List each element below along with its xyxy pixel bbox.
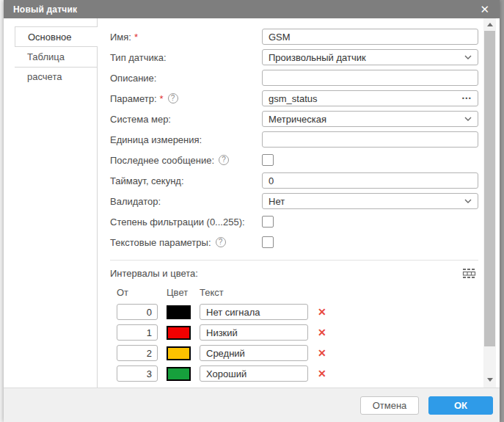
vertical-scrollbar[interactable] — [483, 18, 496, 388]
tab-calc-table-label: Таблица расчета — [27, 51, 65, 82]
delete-row-icon[interactable]: ✕ — [318, 368, 326, 379]
field-sensor-type-row: Тип датчика: Произвольный датчик — [110, 47, 500, 68]
field-filter-degree-row: Степень фильтрации (0...255): — [110, 211, 500, 232]
sensor-type-label: Тип датчика: — [110, 52, 167, 63]
intervals-table-icon[interactable] — [462, 268, 477, 279]
chevron-down-icon — [464, 55, 472, 59]
interval-row: ✕ — [117, 365, 500, 382]
tab-list: Основное Таблица расчета — [4, 18, 98, 388]
required-asterisk: * — [134, 32, 138, 43]
interval-row: ✕ — [117, 345, 500, 361]
field-unit-row: Единица измерения: — [110, 129, 500, 150]
intervals-label: Интервалы и цвета: — [110, 268, 198, 279]
delete-row-icon[interactable]: ✕ — [318, 348, 326, 358]
interval-text-input[interactable] — [200, 324, 308, 341]
ok-button[interactable]: ОК — [428, 396, 493, 415]
field-last-message-row: Последнее сообщение: ? — [110, 150, 500, 170]
close-icon[interactable]: ✕ — [477, 2, 492, 16]
unit-input[interactable] — [262, 131, 478, 148]
measure-system-select[interactable]: Метрическая — [262, 111, 478, 127]
field-measure-system-row: Система мер: Метрическая — [110, 109, 500, 129]
field-validator-row: Валидатор: Нет — [110, 191, 500, 211]
color-swatch[interactable] — [167, 367, 191, 381]
validator-select[interactable]: Нет — [262, 193, 478, 209]
dialog-body: Основное Таблица расчета Имя: * Тип датч… — [4, 18, 500, 388]
intervals-columns: От Цвет Текст — [117, 287, 500, 298]
dialog-title: Новый датчик — [13, 4, 77, 15]
description-input[interactable] — [262, 70, 478, 86]
name-input[interactable] — [262, 29, 478, 45]
interval-text-input[interactable] — [200, 345, 308, 361]
interval-text-input[interactable] — [200, 304, 308, 320]
field-name-row: Имя: * — [110, 26, 500, 47]
delete-row-icon[interactable]: ✕ — [318, 307, 326, 317]
intervals-table: От Цвет Текст ✕ ✕ — [117, 287, 500, 382]
text-params-label: Текстовые параметры: — [110, 237, 211, 248]
interval-row: ✕ — [117, 324, 500, 341]
scroll-up-arrow[interactable] — [483, 19, 496, 30]
help-icon[interactable]: ? — [219, 155, 229, 165]
intervals-header: Интервалы и цвета: — [110, 262, 478, 284]
color-swatch[interactable] — [167, 326, 191, 340]
measure-system-label: Система мер: — [110, 114, 171, 125]
triangle-down-icon — [487, 378, 493, 382]
last-message-checkbox[interactable] — [262, 154, 274, 166]
parameter-label: Параметр: — [110, 93, 157, 104]
name-label: Имя: — [110, 32, 131, 43]
col-text-header: Текст — [200, 287, 308, 298]
dialog-titlebar: Новый датчик ✕ — [4, 0, 500, 18]
scroll-down-arrow[interactable] — [483, 374, 496, 385]
sensor-type-value: Произвольный датчик — [269, 52, 366, 63]
col-from-header: От — [117, 287, 158, 298]
field-timeout-row: Таймаут, секунд: — [110, 170, 500, 191]
chevron-down-icon — [464, 117, 472, 121]
chevron-down-icon — [464, 199, 472, 203]
timeout-label: Таймаут, секунд: — [110, 175, 184, 186]
color-swatch[interactable] — [167, 305, 191, 319]
sensor-type-select[interactable]: Произвольный датчик — [262, 49, 478, 65]
field-parameter-row: Параметр: * ? ⋯ — [110, 88, 500, 109]
text-params-checkbox[interactable] — [262, 236, 274, 248]
field-text-params-row: Текстовые параметры: ? — [110, 232, 500, 252]
description-label: Описание: — [110, 73, 156, 84]
filter-degree-checkbox[interactable] — [262, 216, 274, 228]
parameter-lookup-icon[interactable]: ⋯ — [461, 92, 472, 103]
tab-main-label: Основное — [28, 32, 72, 43]
validator-label: Валидатор: — [110, 196, 161, 207]
dialog-footer: Отмена ОК — [4, 388, 500, 422]
interval-from-input[interactable] — [117, 304, 158, 320]
cancel-button[interactable]: Отмена — [360, 396, 419, 415]
field-description-row: Описание: — [110, 68, 500, 88]
measure-system-value: Метрическая — [269, 114, 326, 125]
delete-row-icon[interactable]: ✕ — [318, 327, 326, 338]
parameter-input[interactable] — [262, 90, 478, 106]
interval-text-input[interactable] — [200, 365, 308, 382]
help-icon[interactable]: ? — [216, 237, 226, 247]
last-message-label: Последнее сообщение: — [110, 155, 214, 166]
interval-from-input[interactable] — [117, 345, 158, 361]
required-asterisk: * — [160, 93, 164, 104]
triangle-up-icon — [487, 23, 493, 26]
interval-row: ✕ — [117, 304, 500, 320]
tab-main[interactable]: Основное — [15, 26, 98, 47]
tab-calc-table[interactable]: Таблица расчета — [15, 47, 97, 68]
help-icon[interactable]: ? — [168, 93, 178, 103]
section-divider — [110, 260, 478, 261]
validator-value: Нет — [269, 196, 285, 207]
unit-label: Единица измерения: — [110, 134, 202, 145]
interval-from-input[interactable] — [117, 365, 158, 382]
color-swatch[interactable] — [167, 346, 191, 360]
timeout-input[interactable] — [262, 172, 478, 189]
scrollbar-thumb[interactable] — [484, 31, 495, 346]
col-color-header: Цвет — [167, 287, 191, 298]
form-content: Имя: * Тип датчика: Произвольный датчик — [98, 18, 500, 388]
new-sensor-dialog: Новый датчик ✕ Основное Таблица расчета … — [4, 0, 500, 422]
interval-from-input[interactable] — [117, 324, 158, 341]
filter-degree-label: Степень фильтрации (0...255): — [110, 217, 245, 228]
